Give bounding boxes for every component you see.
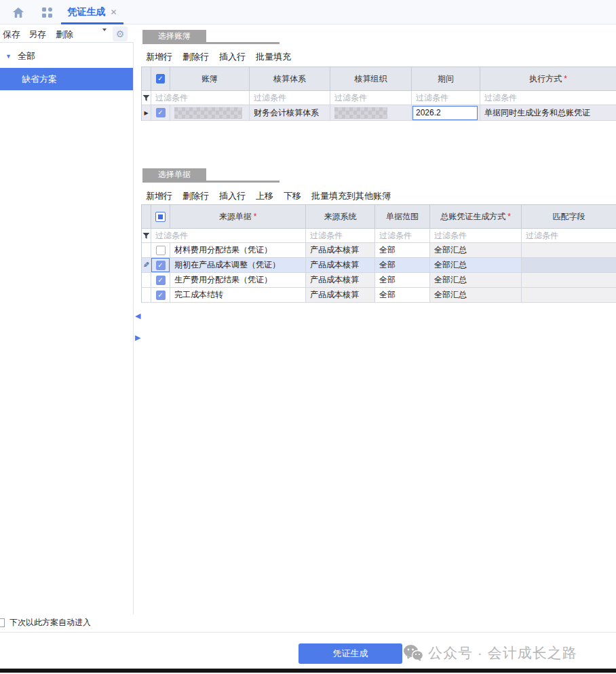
- docs-row1-checkbox[interactable]: [156, 246, 166, 255]
- docs-row3-match[interactable]: [522, 273, 616, 288]
- docs-row4-match[interactable]: [522, 288, 616, 303]
- docs-row1-range[interactable]: 全部: [375, 243, 430, 258]
- active-tab-underline: [61, 22, 123, 24]
- books-corner-cell: [142, 67, 151, 91]
- tree-expand-icon[interactable]: ▼: [5, 53, 12, 60]
- books-insert-row-button[interactable]: 插入行: [219, 51, 246, 63]
- more-dropdown-icon[interactable]: [102, 31, 109, 38]
- delete-button[interactable]: 删除: [56, 29, 73, 41]
- docs-select-all-checkbox[interactable]: [155, 212, 166, 222]
- docs-row2-match[interactable]: [522, 258, 616, 273]
- docs-row-2-selected: ✎ ✓ 期初在产品成本调整（凭证） 产品成本核算 全部 全部汇总: [142, 258, 616, 273]
- tab-close-icon[interactable]: ✕: [110, 7, 117, 17]
- docs-row2-gen[interactable]: 全部汇总: [430, 258, 522, 273]
- docs-row1-gen[interactable]: 全部汇总: [430, 243, 522, 258]
- books-col-system[interactable]: 核算体系: [250, 67, 330, 91]
- docs-row1-system[interactable]: 产品成本核算: [306, 243, 375, 258]
- docs-row3-indicator: [142, 273, 151, 288]
- section-tab-select-books[interactable]: 选择账簿: [142, 30, 206, 42]
- books-cell-period: [412, 105, 480, 121]
- docs-filter-icon-cell: [142, 229, 151, 243]
- docs-row4-checkbox[interactable]: ✓: [156, 291, 166, 300]
- books-filter-row: 过滤条件 过滤条件 过滤条件 过滤条件 过滤条件: [142, 91, 616, 105]
- apps-grid-icon[interactable]: [41, 7, 53, 18]
- docs-filter-match[interactable]: 过滤条件: [522, 229, 616, 243]
- docs-filter-source[interactable]: 过滤条件: [151, 229, 306, 243]
- docs-col-system[interactable]: 来源系统: [306, 205, 375, 229]
- tree-node-all[interactable]: ▼ 全部: [5, 50, 35, 62]
- auto-enter-checkbox[interactable]: [0, 618, 5, 627]
- docs-row3-range[interactable]: 全部: [375, 273, 430, 288]
- books-row-checkbox[interactable]: ✓: [156, 108, 166, 117]
- books-delete-row-button[interactable]: 删除行: [182, 51, 209, 63]
- books-filter-period[interactable]: 过滤条件: [412, 91, 480, 105]
- docs-batch-fill-button[interactable]: 批量填充到其他账簿: [311, 190, 391, 202]
- docs-col-gen[interactable]: 总账凭证生成方式*: [430, 205, 522, 229]
- books-filter-org[interactable]: 过滤条件: [330, 91, 412, 105]
- redacted-org-name: [334, 107, 387, 119]
- docs-row2-system[interactable]: 产品成本核算: [306, 258, 375, 273]
- books-cell-org[interactable]: [330, 105, 412, 121]
- books-select-all-checkbox[interactable]: ✓: [156, 74, 165, 83]
- docs-filter-system[interactable]: 过滤条件: [306, 229, 375, 243]
- books-add-row-button[interactable]: 新增行: [146, 51, 172, 63]
- footer-divider: [0, 632, 616, 633]
- docs-row1-checkbox-cell: [151, 243, 170, 258]
- current-row-arrow-icon: ▶: [144, 110, 148, 116]
- books-filter-icon-cell: [142, 91, 151, 105]
- save-button[interactable]: 保存: [3, 29, 20, 41]
- docs-col-range[interactable]: 单据范围: [375, 205, 430, 229]
- section-tab-select-docs[interactable]: 选择单据: [142, 168, 206, 181]
- save-as-button[interactable]: 另存: [28, 29, 46, 41]
- docs-row3-system[interactable]: 产品成本核算: [306, 273, 375, 288]
- panel-collapse-left-icon[interactable]: ◀: [135, 312, 140, 320]
- docs-row1-match[interactable]: [522, 243, 616, 258]
- books-batch-fill-button[interactable]: 批量填充: [256, 51, 291, 63]
- auto-enter-option: 下次以此方案自动进入: [0, 616, 91, 629]
- docs-row4-system[interactable]: 产品成本核算: [306, 288, 375, 303]
- docs-move-up-button[interactable]: 上移: [256, 190, 273, 202]
- docs-row3-gen[interactable]: 全部汇总: [430, 273, 522, 288]
- books-col-exec[interactable]: 执行方式*: [480, 67, 616, 91]
- docs-delete-row-button[interactable]: 删除行: [182, 190, 209, 202]
- books-col-book[interactable]: 账簿: [170, 67, 250, 91]
- books-filter-system[interactable]: 过滤条件: [250, 91, 330, 105]
- docs-row4-gen[interactable]: 全部汇总: [430, 288, 522, 303]
- generate-voucher-button[interactable]: 凭证生成: [299, 643, 402, 664]
- docs-row3-source[interactable]: 生产费用分配结果（凭证）: [170, 273, 306, 288]
- docs-row1-indicator: [142, 243, 151, 258]
- books-cell-book[interactable]: [170, 105, 250, 121]
- docs-row4-range[interactable]: 全部: [375, 288, 430, 303]
- docs-row3-checkbox[interactable]: ✓: [156, 276, 166, 285]
- docs-insert-row-button[interactable]: 插入行: [219, 190, 246, 202]
- books-col-period[interactable]: 期间: [412, 67, 480, 91]
- books-header-row: ✓ 账簿 核算体系 核算组织 期间 执行方式*: [142, 67, 616, 91]
- docs-row2-range[interactable]: 全部: [375, 258, 430, 273]
- docs-move-down-button[interactable]: 下移: [284, 190, 301, 202]
- docs-add-row-button[interactable]: 新增行: [146, 190, 172, 202]
- tree-node-default-scheme[interactable]: 缺省方案: [0, 68, 133, 90]
- docs-col-source[interactable]: 来源单据*: [170, 205, 306, 229]
- docs-row4-source[interactable]: 完工成本结转: [170, 288, 306, 303]
- home-icon[interactable]: [12, 7, 24, 18]
- docs-row-4: ✓ 完工成本结转 产品成本核算 全部 全部汇总: [142, 288, 616, 303]
- books-row-indicator-cell: ▶: [142, 105, 151, 121]
- tree-node-label: 全部: [18, 50, 35, 62]
- books-data-row: ▶ ✓ 财务会计核算体系 单据同时生成业务和总账凭证: [142, 105, 616, 121]
- docs-filter-gen[interactable]: 过滤条件: [430, 229, 522, 243]
- books-actions: 新增行 删除行 插入行 批量填充: [146, 51, 291, 63]
- docs-row2-source[interactable]: 期初在产品成本调整（凭证）: [170, 258, 306, 273]
- books-cell-exec[interactable]: 单据同时生成业务和总账凭证: [480, 105, 616, 121]
- docs-row1-source[interactable]: 材料费用分配结果（凭证）: [170, 243, 306, 258]
- gear-icon[interactable]: ⚙: [113, 26, 128, 41]
- docs-col-match[interactable]: 匹配字段: [522, 205, 616, 229]
- books-filter-book[interactable]: 过滤条件: [151, 91, 250, 105]
- period-input[interactable]: [412, 106, 478, 120]
- docs-row2-checkbox[interactable]: ✓: [156, 261, 166, 270]
- books-col-org[interactable]: 核算组织: [330, 67, 412, 91]
- panel-expand-right-icon[interactable]: ▶: [135, 333, 140, 342]
- books-cell-system[interactable]: 财务会计核算体系: [250, 105, 330, 121]
- docs-filter-range[interactable]: 过滤条件: [375, 229, 430, 243]
- books-filter-exec[interactable]: 过滤条件: [480, 91, 616, 105]
- tab-voucher-generation[interactable]: 凭证生成 ✕: [60, 0, 125, 24]
